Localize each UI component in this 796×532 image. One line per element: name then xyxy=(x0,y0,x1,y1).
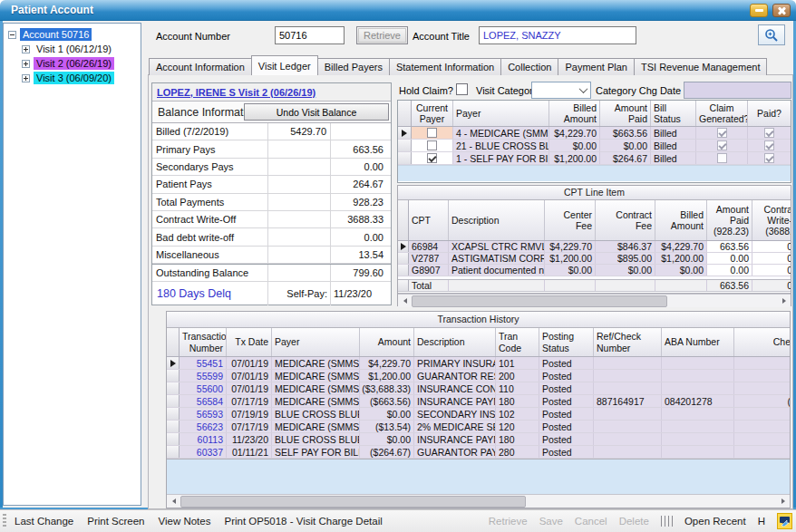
cell-paid[interactable] xyxy=(748,127,791,139)
statusbar-save-disabled[interactable]: Save xyxy=(539,516,563,527)
remote-support-icon[interactable] xyxy=(777,513,792,529)
tree-item-visit-1-06-12-19[interactable]: Visit 1 (06/12/19) xyxy=(4,42,141,56)
close-button[interactable] xyxy=(772,4,791,17)
balance-panel: LOPEZ, IRENE S Visit 2 (06/26/19) Balanc… xyxy=(151,82,392,305)
scroll-right-arrow[interactable] xyxy=(777,295,791,307)
balance-row-value: 799.60 xyxy=(331,265,387,280)
column-header-tx_date[interactable]: Tx Date xyxy=(227,328,272,356)
statusbar-retrieve-disabled[interactable]: Retrieve xyxy=(489,516,528,527)
cell-paid[interactable] xyxy=(748,152,791,164)
table-row[interactable]: 1 - SELF PAY FOR BILLIN$1,200.00$264.67B… xyxy=(398,152,791,165)
tree-expander-icon[interactable] xyxy=(22,60,30,68)
cell-amount_paid: $663.56 xyxy=(600,127,651,139)
column-header-payer[interactable]: Payer xyxy=(272,328,360,356)
cell-claim_generated[interactable] xyxy=(696,127,748,139)
hold-claim-checkbox[interactable] xyxy=(456,83,468,95)
tab-collection[interactable]: Collection xyxy=(500,58,558,75)
column-header-amount_paid[interactable]: Amount Paid xyxy=(600,101,651,126)
column-header-current_payer[interactable]: Current Payer xyxy=(412,101,453,126)
cell-claim_generated[interactable] xyxy=(696,140,748,151)
column-header-aba[interactable]: ABA Number xyxy=(662,328,734,356)
tree-item-visit-3-06-09-20[interactable]: Visit 3 (06/09/20) xyxy=(4,71,141,85)
statusbar-print-screen[interactable]: Print Screen xyxy=(87,516,144,527)
column-header-write_off[interactable]: Contra Write- (3688. xyxy=(752,200,791,240)
column-header-description[interactable]: Description xyxy=(414,328,496,356)
cell-paid[interactable] xyxy=(748,140,791,151)
account-title-input[interactable] xyxy=(479,26,636,44)
table-row[interactable]: 4 - MEDICARE (SMMS0)$4,229.70$663.56Bill… xyxy=(398,127,791,140)
column-header-billed_amount[interactable]: Billed Amount xyxy=(549,101,600,126)
cell-current_payer[interactable] xyxy=(412,140,453,151)
table-row[interactable]: 5659307/19/19BLUE CROSS BLUE SI$0.00SECO… xyxy=(167,408,790,421)
table-row[interactable]: 5658407/17/19MEDICARE (SMMS0)(4($663.56)… xyxy=(167,395,790,408)
table-row[interactable]: 6011311/23/20BLUE CROSS BLUE SI$0.00INSU… xyxy=(167,433,790,446)
column-header-cpt[interactable]: CPT xyxy=(409,200,449,240)
account-number-input[interactable] xyxy=(275,26,345,44)
visit-category-select[interactable] xyxy=(531,82,591,99)
column-header-description[interactable]: Description xyxy=(449,200,545,240)
scroll-left-arrow[interactable] xyxy=(398,295,412,307)
column-header-bill_status[interactable]: Bill Status xyxy=(651,101,696,126)
statusbar-last-change[interactable]: Last Change xyxy=(15,516,73,527)
tree-expander-icon[interactable] xyxy=(8,31,16,39)
column-header-center_fee[interactable]: Center Fee xyxy=(545,200,596,240)
table-row[interactable]: 5560007/01/19MEDICARE (SMMS0)(4($3,688.3… xyxy=(167,382,790,395)
help-button[interactable]: H xyxy=(758,516,765,527)
table-row[interactable]: 6033701/11/21SELF PAY FOR BILLIN($264.67… xyxy=(167,446,790,459)
column-header-tran_code[interactable]: Tran Code xyxy=(496,328,539,356)
tab-payment-plan[interactable]: Payment Plan xyxy=(558,58,634,75)
cell-tran_code: 120 xyxy=(496,421,539,432)
column-header-claim_generated[interactable]: Claim Generated? xyxy=(696,101,748,126)
cell-current_payer[interactable] xyxy=(412,127,453,139)
column-header-contract_fee[interactable]: Contract Fee xyxy=(596,200,655,240)
column-header-che[interactable]: Che xyxy=(734,328,790,356)
open-recent-button[interactable]: Open Recent xyxy=(684,516,746,527)
tree-expander-icon[interactable] xyxy=(22,45,30,53)
transaction-scroll-thumb[interactable] xyxy=(180,496,526,508)
visit-link[interactable]: LOPEZ, IRENE S Visit 2 (06/26/19) xyxy=(157,87,315,98)
column-header-posting_status[interactable]: Posting Status xyxy=(539,328,594,356)
tab-account-information[interactable]: Account Information xyxy=(149,58,252,75)
column-header-number[interactable]: Transaction Number xyxy=(180,328,227,356)
table-row[interactable]: 5662307/17/19MEDICARE (SMMS0)(4($13.54)2… xyxy=(167,421,790,433)
undo-visit-balance-button[interactable]: Undo Visit Balance xyxy=(244,103,389,121)
category-chg-date-input[interactable] xyxy=(684,82,791,99)
table-row[interactable]: 5545107/01/19MEDICARE (SMMS0)(4$4,229.70… xyxy=(167,357,790,370)
table-row[interactable]: G8907Patient documented not t$0.00$0.00$… xyxy=(398,265,791,276)
balance-row: Primary Pays663.56 xyxy=(152,140,391,158)
column-header-amount_paid[interactable]: Amount Paid (928.23) xyxy=(707,200,752,240)
statusbar-print-op5018-visit-charge-detail[interactable]: Print OP5018 - Visit Charge Detail xyxy=(224,516,382,527)
statusbar-delete-disabled[interactable]: Delete xyxy=(619,516,649,527)
tab-billed-payers[interactable]: Billed Payers xyxy=(317,58,390,75)
tab-tsi-revenue-management[interactable]: TSI Revenue Management xyxy=(634,58,767,75)
column-header-paid[interactable]: Paid? xyxy=(748,101,791,126)
cell-cpt: G8907 xyxy=(409,265,449,276)
table-row[interactable]: 21 - BLUE CROSS BLUE$0.00$0.00Billed xyxy=(398,140,791,152)
column-header-payer[interactable]: Payer xyxy=(453,101,549,126)
transaction-scroll-track[interactable] xyxy=(180,496,776,508)
search-button[interactable] xyxy=(758,24,785,45)
minimize-button[interactable] xyxy=(750,4,768,17)
cpt-scroll-track[interactable] xyxy=(412,295,777,307)
cell-current_payer[interactable] xyxy=(412,152,453,164)
scroll-right-arrow[interactable] xyxy=(776,495,790,508)
tree-item-visit-2-06-26-19[interactable]: Visit 2 (06/26/19) xyxy=(4,56,141,71)
table-row[interactable]: 5559907/01/19MEDICARE (SMMS0)(4$1,200.00… xyxy=(167,370,790,382)
titlebar[interactable]: Patient Account xyxy=(0,0,796,21)
statusbar-cancel-disabled[interactable]: Cancel xyxy=(575,516,607,527)
table-row[interactable]: V2787ASTIGMATISM CORREC$1,200.00$895.00$… xyxy=(398,253,791,265)
column-header-ref_check[interactable]: Ref/Check Number xyxy=(594,328,662,356)
tree-item-account-50716[interactable]: Account 50716 xyxy=(4,27,141,42)
retrieve-button[interactable]: Retrieve xyxy=(356,26,408,44)
column-header-billed_amount[interactable]: Billed Amount xyxy=(655,200,707,240)
column-header-amount[interactable]: Amount xyxy=(360,328,414,356)
cpt-scroll-thumb[interactable] xyxy=(412,295,667,307)
statusbar-view-notes[interactable]: View Notes xyxy=(159,516,211,527)
tab-visit-ledger[interactable]: Visit Ledger xyxy=(251,55,318,75)
tree-expander-icon[interactable] xyxy=(22,74,30,82)
table-row[interactable]: 66984XCAPSL CTRC RMVL IN$4,229.70$846.37… xyxy=(398,241,791,253)
total-cpt: Total xyxy=(409,280,449,291)
tab-statement-information[interactable]: Statement Information xyxy=(389,58,501,75)
scroll-left-arrow[interactable] xyxy=(167,495,180,508)
cell-claim_generated[interactable] xyxy=(696,152,748,164)
